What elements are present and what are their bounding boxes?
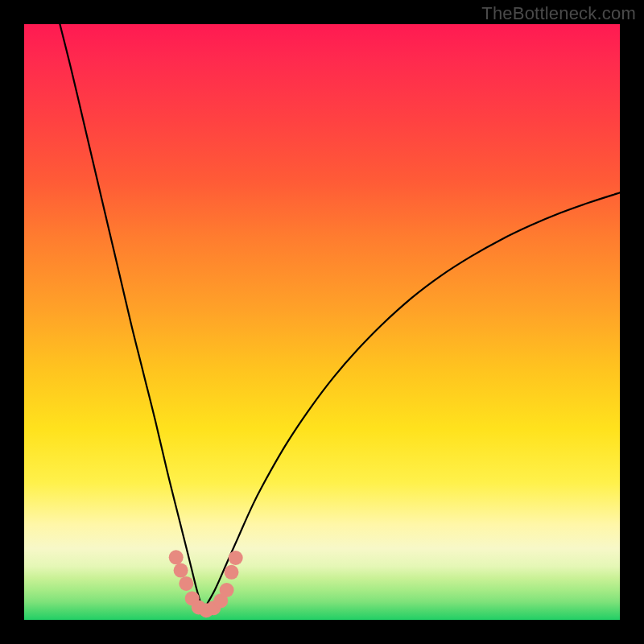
trough-marker-dot xyxy=(220,583,234,597)
trough-marker-dot xyxy=(229,551,243,565)
trough-marker-dot xyxy=(179,576,193,591)
right-branch-curve xyxy=(203,192,620,611)
watermark-label: TheBottleneck.com xyxy=(481,3,636,24)
trough-marker-dot xyxy=(174,564,188,578)
chart-frame: TheBottleneck.com xyxy=(0,0,644,644)
trough-markers xyxy=(169,550,243,617)
trough-marker-dot xyxy=(225,565,239,580)
plot-area xyxy=(24,24,620,620)
trough-marker-dot xyxy=(169,550,184,564)
curve-layer xyxy=(24,24,620,620)
left-branch-curve xyxy=(60,24,203,611)
